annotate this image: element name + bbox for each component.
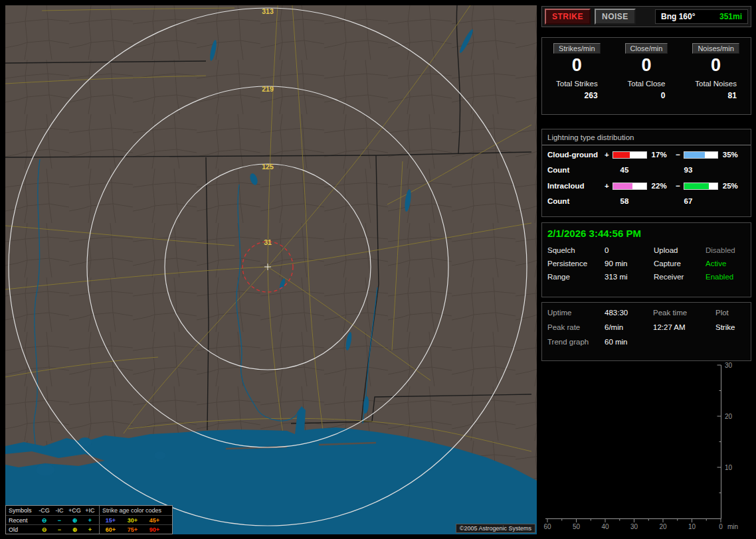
total-close-label: Total Close [628, 80, 666, 88]
plot-label: Plot [715, 309, 745, 317]
peak-time-label: Peak time [653, 309, 715, 317]
capture-value: Active [706, 260, 745, 268]
receiver-status: 2/1/2026 3:44:56 PM Squelch 0 Upload Dis… [541, 222, 751, 297]
age-60: 60+ [100, 526, 122, 533]
age-45: 45+ [143, 517, 165, 524]
intracloud-label: Intracloud [547, 182, 603, 190]
range-label-31: 31 [264, 238, 272, 246]
ic-plus-gauge [613, 183, 646, 190]
uptime-value: 483:30 [605, 309, 653, 317]
session-grid: Uptime 483:30 Peak time Plot Peak rate 6… [542, 303, 751, 352]
cloud-ground-row: Cloud-ground + 17% − 35% [542, 147, 751, 162]
circle-minus-icon: ⊖ [37, 526, 52, 533]
cloud-ground-label: Cloud-ground [547, 151, 603, 159]
minus-icon: − [52, 526, 67, 533]
count-label: Count [547, 166, 606, 174]
circle-plus-icon: ⊕ [67, 526, 82, 533]
intracloud-row: Intracloud + 22% − 25% [542, 179, 751, 193]
legend-symbols-header: Symbols [7, 507, 37, 514]
x-tick-0: 0 [719, 523, 723, 530]
plot-value: Strike [715, 323, 745, 331]
receiver-value: Enabled [706, 273, 745, 281]
age-90: 90+ [143, 526, 165, 533]
cg-plus-gauge [613, 151, 646, 159]
count-label: Count [547, 197, 606, 205]
legend-col-pos-cg: +CG [67, 507, 82, 514]
x-tick-50: 50 [573, 523, 581, 530]
graph-axes [545, 365, 721, 522]
minus-sign: − [674, 151, 682, 159]
y-tick-30: 30 [725, 362, 733, 369]
x-tick-20: 20 [659, 523, 667, 530]
trend-graph-label: Trend graph [547, 338, 605, 346]
cg-minus-percent: 35% [720, 151, 745, 159]
close-column: Close/min 0 Total Close 0 [612, 43, 681, 114]
plus-sign: + [603, 151, 611, 159]
legend-col-pos-ic: +IC [82, 507, 98, 514]
map-surface[interactable]: 313 219 125 31 [5, 5, 537, 534]
plus-icon: + [82, 517, 98, 524]
close-per-min-chip: Close/min [625, 43, 668, 54]
cg-minus-gauge-fill [684, 152, 705, 158]
bearing-label: Bng 160° [661, 12, 695, 21]
strikes-per-min-chip: Strikes/min [553, 43, 600, 54]
legend-col-neg-cg: -CG [37, 507, 52, 514]
x-tick-60: 60 [543, 523, 551, 530]
lightning-distribution: Lightning type distribution Cloud-ground… [541, 129, 751, 217]
noise-mode-button[interactable]: NOISE [595, 9, 636, 25]
total-strikes-label: Total Strikes [556, 80, 598, 88]
squelch-value: 0 [605, 246, 654, 254]
peak-time-value: 12:27 AM [653, 323, 715, 331]
ic-minus-count: 67 [670, 197, 707, 205]
uptime-label: Uptime [547, 309, 605, 317]
bearing-range-value: 351mi [719, 12, 742, 21]
persistence-value: 90 min [605, 260, 654, 268]
y-tick-20: 20 [725, 413, 733, 420]
total-strikes-value: 263 [556, 91, 598, 100]
cg-plus-count: 45 [606, 166, 643, 174]
legend-recent-row: Recent ⊖ − ⊕ + 15+ 30+ 45+ [6, 515, 172, 524]
legend-header-row: Symbols -CG -IC +CG +IC Strike age color… [6, 506, 172, 515]
status-grid: Squelch 0 Upload Disabled Persistence 90… [542, 245, 751, 282]
trend-graph-canvas: 30 20 10 60 50 40 30 20 10 0 min [541, 361, 751, 535]
ic-plus-gauge-fill [613, 183, 632, 189]
cloud-ground-count-row: Count 45 93 [542, 163, 751, 177]
noises-per-min-chip: Noises/min [692, 43, 739, 54]
x-tick-30: 30 [630, 523, 638, 530]
circle-minus-icon: ⊖ [37, 517, 52, 524]
x-axis-unit: min [727, 523, 738, 530]
strike-mode-button[interactable]: STRIKE [545, 9, 591, 25]
distribution-title: Lightning type distribution [542, 129, 751, 145]
total-noises-label: Total Noises [695, 80, 737, 88]
ic-plus-count: 58 [606, 197, 643, 205]
peak-rate-label: Peak rate [547, 323, 605, 331]
app-window: 313 219 125 31 Symbols -CG -IC +CG +IC S… [0, 0, 756, 539]
mode-controls: STRIKE NOISE Bng 160° 351mi [541, 6, 751, 27]
legend-recent-label: Recent [7, 517, 37, 524]
datetime-display: 2/1/2026 3:44:56 PM [542, 223, 751, 245]
trend-graph: 30 20 10 60 50 40 30 20 10 0 min [541, 361, 751, 535]
map-legend: Symbols -CG -IC +CG +IC Strike age color… [5, 505, 173, 534]
legend-age-header: Strike age color codes [100, 507, 161, 514]
strikes-rate-value: 0 [572, 56, 582, 74]
bearing-readout: Bng 160° 351mi [655, 9, 748, 24]
age-30: 30+ [122, 517, 143, 524]
minus-icon: − [52, 517, 67, 524]
divider [542, 145, 751, 145]
plus-sign: + [603, 182, 611, 190]
total-close-value: 0 [628, 91, 666, 100]
graph-labels: 30 20 10 60 50 40 30 20 10 0 min [543, 362, 738, 531]
plus-icon: + [82, 526, 98, 533]
peak-rate-value: 6/min [605, 323, 653, 331]
minus-sign: − [674, 182, 682, 190]
x-tick-10: 10 [688, 523, 696, 530]
persistence-label: Persistence [547, 260, 605, 268]
noises-column: Noises/min 0 Total Noises 81 [682, 43, 751, 114]
legend-old-row: Old ⊖ − ⊕ + 60+ 75+ 90+ [6, 524, 172, 534]
close-rate-value: 0 [641, 56, 651, 74]
strikes-column: Strikes/min 0 Total Strikes 263 [543, 43, 612, 114]
legend-col-neg-ic: -IC [52, 507, 67, 514]
session-info: Uptime 483:30 Peak time Plot Peak rate 6… [541, 302, 751, 361]
range-label-219: 219 [262, 85, 274, 93]
cg-plus-percent: 17% [649, 151, 674, 159]
